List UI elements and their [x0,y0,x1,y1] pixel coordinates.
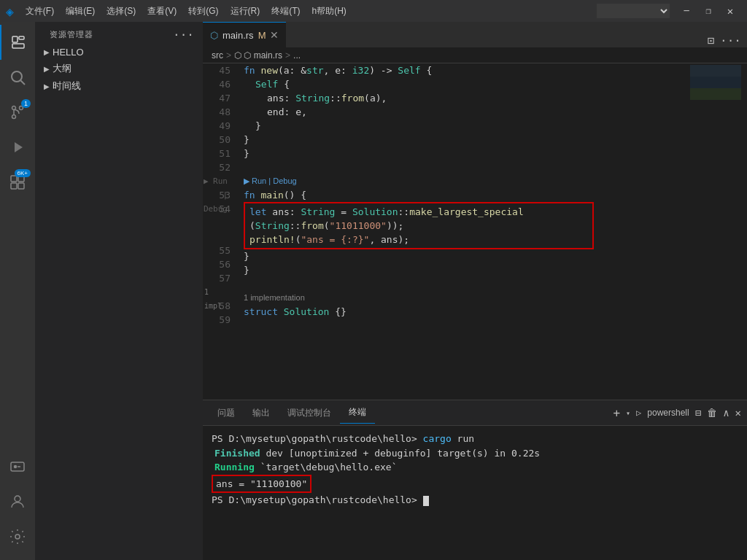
svg-rect-12 [18,183,24,189]
sidebar-item-timeline[interactable]: ▶ 时间线 [35,77,203,95]
code-line-46: Self { [244,77,683,91]
sidebar-item-hello[interactable]: ▶ HELLO [35,44,203,60]
sidebar-item-outline[interactable]: ▶ 大纲 [35,60,203,77]
code-line-59 [244,319,683,332]
restore-button[interactable]: ❐ [697,0,719,22]
source-control-activity-icon[interactable]: 1 [0,95,35,130]
run-debug-activity-icon[interactable] [0,130,35,165]
code-line-51: } [244,147,683,160]
tab-main-rs[interactable]: ⬡ main.rs M ✕ [203,22,286,47]
menu-edit[interactable]: 编辑(E) [60,4,101,19]
sidebar-header: 资源管理器 ··· [35,22,203,44]
terminal-add-dropdown-icon[interactable]: ▾ [626,409,630,417]
close-button[interactable]: ✕ [719,0,741,22]
menu-bar: 文件(F) 编辑(E) 选择(S) 查看(V) 转到(G) 运行(R) 终端(T… [20,4,352,19]
remote-activity-icon[interactable] [0,449,35,484]
split-editor-icon[interactable]: ⊡ [707,34,714,47]
code-line-54: let ans: String = Solution::make_largest… [249,205,588,219]
terminal-layout-icon[interactable]: ⊟ [695,407,701,419]
panel-tab-debug-console[interactable]: 调试控制台 [279,402,340,424]
terminal-cargo-word: cargo [423,433,452,444]
terminal-content[interactable]: PS D:\mysetup\gopath\rustcode\hello> car… [203,426,747,560]
terminal-cursor [423,496,429,506]
tab-rust-icon: ⬡ [210,30,218,41]
code-line-55: } [244,249,683,263]
panel-tab-terminal[interactable]: 终端 [340,402,375,424]
breadcrumb-file[interactable]: ⬡ ⬡ main.rs [234,50,282,61]
code-line-56: } [244,263,683,277]
source-control-badge: 1 [21,99,31,108]
terminal-finished-word: Finished [212,448,260,459]
main-layout: 1 6K+ 资源管理器 ··· ▶ HELLO [0,22,747,560]
panel: 问题 输出 调试控制台 终端 + ▾ ▷ powershell ⊟ 🗑 ∧ ✕ … [203,400,747,560]
terminal-prompt-2: PS D:\mysetup\gopath\rustcode\hello> [212,494,417,505]
code-line-45: fn new(a: &str, e: i32) -> Self { [244,63,683,77]
code-line-47: ans: String::from(a), [244,91,683,105]
editor-more-icon[interactable]: ··· [720,34,741,47]
search-activity-icon[interactable] [0,60,35,95]
breadcrumb-symbol[interactable]: ... [293,50,301,61]
terminal-running-rest: `target\debug\hello.exe` [260,462,398,472]
menu-file[interactable]: 文件(F) [20,4,60,19]
activity-bar: 1 6K+ [0,22,35,560]
code-line-52 [244,160,683,174]
sidebar-item-timeline-label: 时间线 [53,79,81,93]
svg-rect-0 [12,36,18,42]
svg-point-5 [12,115,16,119]
tab-modified-indicator: M [258,30,266,41]
svg-rect-1 [19,36,24,39]
menu-view[interactable]: 查看(V) [142,4,182,19]
svg-point-17 [15,534,20,539]
terminal-running-line: Running `target\debug\hello.exe` [212,460,738,475]
lang-select[interactable] [597,4,670,18]
svg-line-4 [21,81,26,85]
terminal-maximize-icon[interactable]: ∧ [723,407,729,419]
terminal-command-line: PS D:\mysetup\gopath\rustcode\hello> car… [212,432,738,446]
panel-tab-output[interactable]: 输出 [244,402,279,424]
code-line-49: } [244,119,683,133]
app-icon: ◈ [6,4,14,19]
sidebar-item-hello-label: HELLO [53,47,84,58]
line-numbers: 45 46 47 48 49 50 51 52 ▶ Run | Debug 53… [203,63,238,400]
extensions-badge: 6K+ [15,169,31,177]
code-line-57 [244,277,683,291]
terminal-prompt-1: PS D:\mysetup\gopath\rustcode\hello> [212,433,417,444]
menu-terminal[interactable]: 终端(T) [266,4,306,19]
menu-goto[interactable]: 转到(G) [182,4,224,19]
run-debug-label[interactable]: ▶ Run | Debug [244,174,683,188]
extensions-activity-icon[interactable]: 6K+ [0,165,35,200]
terminal-close-icon[interactable]: ✕ [735,407,741,419]
editor-tabs: ⬡ main.rs M ✕ ⊡ ··· [203,22,747,47]
svg-point-3 [12,71,22,82]
menu-run[interactable]: 运行(R) [225,4,266,19]
menu-help[interactable]: h帮助(H) [306,4,352,19]
sidebar-more-button[interactable]: ··· [173,28,194,42]
code-content[interactable]: fn new(a: &str, e: i32) -> Self { Self {… [238,63,689,400]
minimize-button[interactable]: ─ [676,0,697,22]
code-line-58: struct Solution {} [244,305,683,319]
titlebar: ◈ 文件(F) 编辑(E) 选择(S) 查看(V) 转到(G) 运行(R) 终端… [0,0,747,22]
sidebar: 资源管理器 ··· ▶ HELLO ▶ 大纲 ▶ 时间线 [35,22,203,560]
panel-tab-problems[interactable]: 问题 [209,402,244,424]
explorer-activity-icon[interactable] [0,25,35,60]
sidebar-item-outline-label: 大纲 [53,62,71,75]
breadcrumb-src[interactable]: src [212,50,223,61]
code-line-48: end: e, [244,105,683,119]
code-line-54-cont2: println!("ans = {:?}", ans); [249,233,588,246]
panel-actions: + ▾ ▷ powershell ⊟ 🗑 ∧ ✕ [613,406,741,420]
terminal-delete-icon[interactable]: 🗑 [707,407,717,419]
account-activity-icon[interactable] [0,484,35,519]
terminal-prompt-2-line: PS D:\mysetup\gopath\rustcode\hello> [212,493,738,508]
menu-select[interactable]: 选择(S) [101,4,142,19]
terminal-run-word: run [457,433,474,444]
terminal-shell-label[interactable]: powershell [647,408,689,418]
tab-close-button[interactable]: ✕ [270,29,279,41]
hello-arrow-icon: ▶ [44,48,50,56]
breadcrumb-sep2: > [285,50,290,61]
settings-activity-icon[interactable] [0,519,35,554]
svg-point-16 [15,496,20,502]
svg-point-15 [15,466,17,468]
terminal-add-icon[interactable]: + [613,406,620,420]
code-line-53: fn main() { [244,188,683,202]
terminal-powershell-icon: ▷ [636,408,641,418]
